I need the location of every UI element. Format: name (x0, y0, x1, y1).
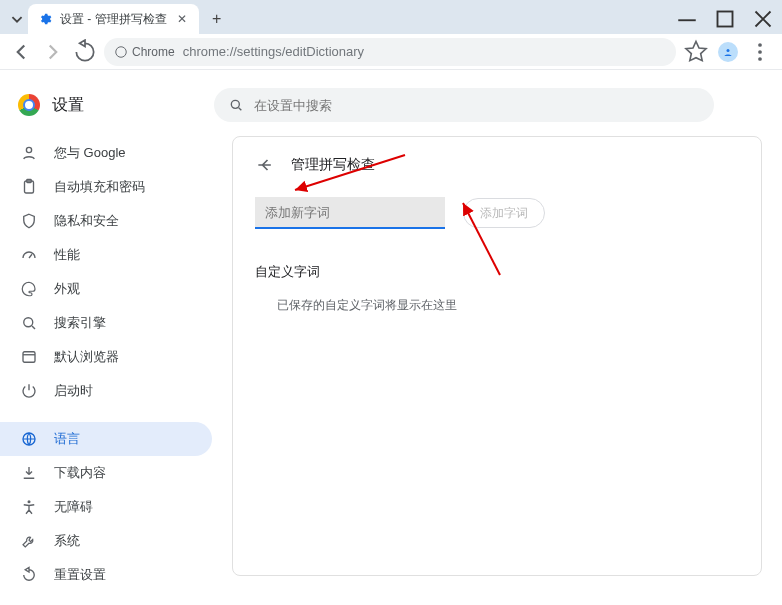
forward-button[interactable] (40, 39, 66, 65)
browser-tab[interactable]: 设置 - 管理拼写检查 ✕ (28, 4, 199, 34)
site-chip-label: Chrome (132, 45, 175, 59)
tab-title: 设置 - 管理拼写检查 (60, 11, 167, 28)
sidebar-item-power[interactable]: 启动时 (0, 374, 212, 408)
browser-icon (20, 348, 38, 366)
new-tab-button[interactable]: + (205, 7, 229, 31)
settings-search[interactable] (214, 88, 714, 122)
close-tab-icon[interactable]: ✕ (175, 12, 189, 26)
kebab-menu-icon[interactable] (746, 38, 774, 66)
close-window-button[interactable] (744, 4, 782, 34)
settings-header: 设置 (0, 78, 782, 132)
svg-point-13 (28, 500, 31, 503)
sidebar-item-accessibility[interactable]: 无障碍 (0, 490, 212, 524)
sidebar-item-label: 自动填充和密码 (54, 178, 145, 196)
chrome-logo-icon (18, 94, 40, 116)
accessibility-icon (20, 498, 38, 516)
sidebar-item-label: 隐私和安全 (54, 212, 119, 230)
gear-icon (38, 12, 52, 26)
page-back-button[interactable] (255, 155, 275, 175)
url-text: chrome://settings/editDictionary (183, 44, 364, 59)
settings-sidebar: 您与 Google自动填充和密码隐私和安全性能外观搜索引擎默认浏览器启动时 语言… (0, 70, 212, 605)
svg-point-7 (26, 147, 31, 152)
dictionary-card: 管理拼写检查 添加字词 自定义字词 已保存的自定义字词将显示在这里 (232, 136, 762, 576)
svg-point-5 (758, 57, 762, 61)
power-icon (20, 382, 38, 400)
custom-words-label: 自定义字词 (255, 263, 739, 281)
minimize-button[interactable] (668, 4, 706, 34)
sidebar-item-label: 您与 Google (54, 144, 126, 162)
sidebar-item-reset[interactable]: 重置设置 (0, 558, 212, 592)
sidebar-item-label: 搜索引擎 (54, 314, 106, 332)
sidebar-item-label: 系统 (54, 532, 80, 550)
globe-icon (20, 430, 38, 448)
site-chip: Chrome (114, 45, 175, 59)
profile-button[interactable] (714, 38, 742, 66)
bookmark-star-icon[interactable] (682, 38, 710, 66)
person-icon (20, 144, 38, 162)
svg-point-6 (231, 100, 239, 108)
empty-message: 已保存的自定义字词将显示在这里 (255, 297, 739, 314)
sidebar-item-label: 下载内容 (54, 464, 106, 482)
wrench-icon (20, 532, 38, 550)
avatar-icon (718, 42, 738, 62)
sidebar-item-label: 语言 (54, 430, 80, 448)
shield-icon (20, 212, 38, 230)
sidebar-item-palette[interactable]: 外观 (0, 272, 212, 306)
sidebar-item-globe[interactable]: 语言 (0, 422, 212, 456)
sidebar-item-label: 重置设置 (54, 566, 106, 584)
window-titlebar: 设置 - 管理拼写检查 ✕ + (0, 0, 782, 34)
maximize-button[interactable] (706, 4, 744, 34)
speed-icon (20, 246, 38, 264)
page-title: 管理拼写检查 (291, 156, 375, 174)
palette-icon (20, 280, 38, 298)
svg-point-1 (116, 46, 127, 57)
sidebar-item-label: 外观 (54, 280, 80, 298)
sidebar-item-label: 启动时 (54, 382, 93, 400)
svg-point-2 (727, 49, 730, 52)
settings-main: 管理拼写检查 添加字词 自定义字词 已保存的自定义字词将显示在这里 (212, 70, 782, 605)
settings-title: 设置 (52, 95, 84, 116)
address-bar: Chrome chrome://settings/editDictionary (0, 34, 782, 70)
reload-button[interactable] (72, 39, 98, 65)
settings-search-input[interactable] (254, 98, 700, 113)
sidebar-item-search[interactable]: 搜索引擎 (0, 306, 212, 340)
sidebar-item-person[interactable]: 您与 Google (0, 136, 212, 170)
svg-rect-0 (718, 12, 733, 27)
svg-rect-11 (23, 352, 35, 363)
tab-dropdown[interactable] (6, 5, 28, 33)
sidebar-item-browser[interactable]: 默认浏览器 (0, 340, 212, 374)
svg-point-10 (24, 318, 33, 327)
sidebar-item-label: 无障碍 (54, 498, 93, 516)
sidebar-item-clipboard[interactable]: 自动填充和密码 (0, 170, 212, 204)
sidebar-item-wrench[interactable]: 系统 (0, 524, 212, 558)
svg-point-4 (758, 50, 762, 54)
sidebar-item-label: 默认浏览器 (54, 348, 119, 366)
add-word-input[interactable] (255, 197, 445, 229)
clipboard-icon (20, 178, 38, 196)
sidebar-item-download[interactable]: 下载内容 (0, 456, 212, 490)
svg-point-3 (758, 43, 762, 47)
sidebar-item-label: 性能 (54, 246, 80, 264)
sidebar-item-shield[interactable]: 隐私和安全 (0, 204, 212, 238)
omnibox[interactable]: Chrome chrome://settings/editDictionary (104, 38, 676, 66)
search-icon (228, 97, 244, 113)
back-button[interactable] (8, 39, 34, 65)
reset-icon (20, 566, 38, 584)
sidebar-item-speed[interactable]: 性能 (0, 238, 212, 272)
download-icon (20, 464, 38, 482)
add-word-button[interactable]: 添加字词 (463, 198, 545, 228)
search-icon (20, 314, 38, 332)
